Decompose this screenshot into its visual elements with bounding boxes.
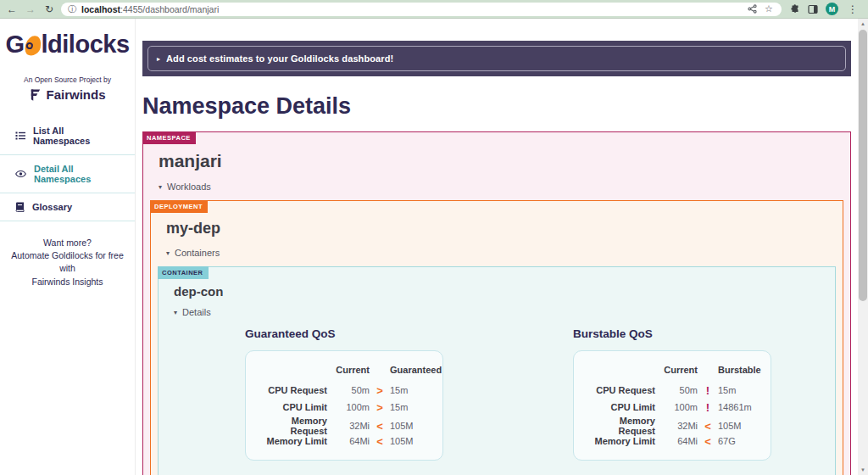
- row-label: Memory Limit: [254, 436, 327, 446]
- logo-text-post: ldilocks: [42, 31, 130, 58]
- url-path: :4455/dashboard/manjari: [120, 4, 219, 14]
- caret-right-icon: ▸: [157, 55, 160, 63]
- table-row: Memory Request 32Mi < 105M: [582, 416, 762, 433]
- address-bar[interactable]: ⓘ localhost:4455/dashboard/manjari ☆: [61, 3, 782, 16]
- sidebar-nav: List All Namespaces Detail All Namespace…: [0, 117, 135, 221]
- container-name: dep-con: [174, 284, 825, 299]
- comparison-icon: !: [701, 384, 715, 397]
- deployment-name: my-dep: [166, 220, 836, 238]
- recommended-value: 67G: [718, 436, 767, 446]
- recommended-value: 105M: [718, 421, 767, 431]
- qos-section-title: Guaranteed QoS: [245, 327, 497, 340]
- reload-icon[interactable]: ↻: [42, 3, 56, 15]
- book-icon: [15, 202, 25, 212]
- sidebar-item-list-all-namespaces[interactable]: List All Namespaces: [0, 117, 135, 155]
- row-label: Memory Limit: [582, 436, 655, 446]
- current-value: 32Mi: [659, 421, 698, 431]
- comparison-icon: <: [701, 435, 715, 448]
- column-header-current: Current: [331, 365, 370, 375]
- profile-avatar[interactable]: M: [826, 3, 838, 15]
- container-box: CONTAINER dep-con ▾ Details Guaranteed Q…: [158, 266, 836, 475]
- fairwinds-insights-link[interactable]: Fairwinds Insights: [5, 276, 130, 288]
- column-header-guaranteed: Guaranteed: [390, 365, 439, 375]
- comparison-icon: <: [373, 435, 387, 448]
- promo-line2: Automate Goldilocks for free with: [5, 249, 130, 275]
- side-panel-icon[interactable]: [808, 4, 818, 14]
- tagline: An Open Source Project by: [0, 75, 135, 84]
- current-value: 64Mi: [331, 436, 370, 446]
- namespace-box: NAMESPACE manjari ▾ Workloads DEPLOYMENT…: [142, 131, 851, 475]
- site-info-icon[interactable]: ⓘ: [68, 3, 76, 15]
- vertical-scrollbar[interactable]: ▲ ▼: [858, 19, 868, 475]
- recommended-value: 15m: [390, 402, 439, 412]
- burstable-qos-section: Burstable QoS Current Burstable CPU Requ…: [497, 327, 825, 475]
- table-row: CPU Limit 100m > 15m: [254, 399, 434, 416]
- details-toggle[interactable]: ▾ Details: [174, 307, 825, 317]
- comparison-icon: >: [373, 401, 387, 414]
- fairwinds-brand[interactable]: Fairwinds: [0, 87, 135, 102]
- caret-down-icon: ▾: [174, 309, 177, 316]
- qos-card: Current Burstable CPU Request 50m ! 15m: [573, 350, 771, 461]
- eye-icon: [15, 169, 26, 179]
- containers-toggle[interactable]: ▾ Containers: [166, 248, 836, 258]
- deployment-badge: DEPLOYMENT: [150, 200, 208, 213]
- namespace-name: manjari: [159, 151, 843, 171]
- caret-down-icon: ▾: [166, 249, 170, 257]
- insights-promo: Want more? Automate Goldilocks for free …: [0, 237, 135, 288]
- row-label: Memory Request: [582, 416, 655, 436]
- scroll-down-icon[interactable]: ▼: [858, 465, 868, 475]
- column-header-current: Current: [659, 365, 698, 375]
- table-row: CPU Request 50m > 15m: [254, 382, 434, 399]
- sidebar-item-glossary[interactable]: Glossary: [0, 193, 135, 221]
- bookmark-star-icon[interactable]: ☆: [763, 4, 775, 14]
- fairwinds-brand-label: Fairwinds: [46, 87, 105, 102]
- qos-section-title: Burstable QoS: [573, 327, 825, 340]
- recommended-value: 14861m: [718, 402, 767, 412]
- goldilocks-logo[interactable]: Gldilocks: [0, 32, 135, 57]
- row-label: CPU Request: [582, 385, 655, 395]
- sidebar: Gldilocks An Open Source Project by Fair…: [0, 19, 136, 475]
- current-value: 50m: [659, 385, 698, 395]
- promo-line1: Want more?: [5, 237, 130, 249]
- table-row: Memory Request 32Mi < 105M: [254, 416, 434, 433]
- workloads-toggle[interactable]: ▾ Workloads: [159, 182, 843, 192]
- table-row: CPU Limit 100m ! 14861m: [582, 399, 762, 416]
- recommended-value: 105M: [390, 421, 439, 431]
- cost-estimates-banner[interactable]: ▸ Add cost estimates to your Goldilocks …: [142, 41, 851, 76]
- current-value: 100m: [659, 402, 698, 412]
- qos-card: Current Guaranteed CPU Request 50m > 15m: [245, 350, 443, 461]
- comparison-icon: !: [701, 401, 715, 414]
- recommended-value: 105M: [390, 436, 439, 446]
- details-toggle-label: Details: [182, 307, 211, 317]
- logo-text-pre: G: [5, 31, 24, 58]
- browser-toolbar: ← → ↻ ⓘ localhost:4455/dashboard/manjari…: [0, 0, 868, 19]
- forward-icon[interactable]: →: [24, 3, 37, 15]
- sidebar-item-detail-all-namespaces[interactable]: Detail All Namespaces: [0, 155, 135, 193]
- container-badge: CONTAINER: [158, 266, 209, 279]
- sidebar-item-label: Detail All Namespaces: [34, 164, 123, 184]
- table-row: CPU Request 50m ! 15m: [582, 382, 762, 399]
- column-header-burstable: Burstable: [718, 365, 767, 375]
- caret-down-icon: ▾: [159, 183, 162, 191]
- banner-label: Add cost estimates to your Goldilocks da…: [166, 53, 393, 64]
- current-value: 32Mi: [331, 421, 370, 431]
- url-text[interactable]: localhost:4455/dashboard/manjari: [81, 4, 741, 14]
- extensions-puzzle-icon[interactable]: [790, 4, 800, 14]
- share-icon[interactable]: [746, 4, 758, 14]
- list-icon: [15, 131, 25, 141]
- main-content: ▸ Add cost estimates to your Goldilocks …: [136, 19, 858, 475]
- comparison-icon: <: [373, 420, 387, 433]
- guaranteed-qos-section: Guaranteed QoS Current Guaranteed CPU Re…: [169, 327, 497, 475]
- comparison-icon: >: [373, 384, 387, 397]
- page-title: Namespace Details: [142, 93, 851, 120]
- back-icon[interactable]: ←: [5, 3, 19, 15]
- sidebar-item-label: List All Namespaces: [33, 126, 123, 146]
- browser-menu-icon[interactable]: ⋮: [846, 3, 860, 15]
- scroll-up-icon[interactable]: ▲: [858, 19, 868, 29]
- comparison-icon: <: [701, 420, 715, 433]
- sidebar-item-label: Glossary: [32, 202, 72, 212]
- deployment-box: DEPLOYMENT my-dep ▾ Containers CONTAINER…: [150, 200, 843, 475]
- recommended-value: 15m: [718, 385, 767, 395]
- containers-toggle-label: Containers: [175, 248, 220, 258]
- scrollbar-thumb[interactable]: [859, 30, 867, 301]
